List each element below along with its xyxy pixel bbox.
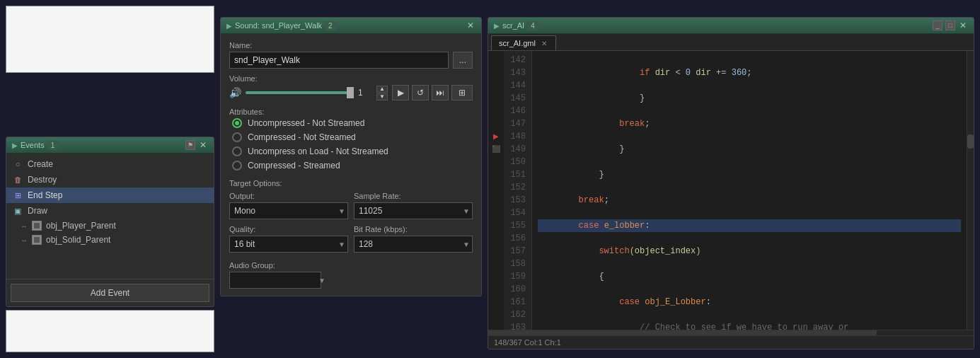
code-content[interactable]: if dir < 0 dir += 360; } break; } } brea… [532, 51, 967, 330]
draw-icon: ▣ [12, 205, 23, 216]
event-item-end-step[interactable]: ⊞ End Step [6, 187, 214, 203]
output-field: Output: Mono Stereo ▼ [229, 192, 348, 219]
attr-compressed-streamed[interactable]: Compressed - Streamed [232, 161, 473, 171]
code-panel: ▶ scr_AI 4 _ □ ✕ scr_AI.gml ✕ ▶ ⬛ [488, 17, 974, 350]
target-options-section: Target Options: Output: Mono Stereo ▼ Sa [229, 179, 473, 253]
sound-arrow-icon: ▶ [226, 22, 232, 30]
code-tab-label: scr_AI.gml [499, 39, 536, 47]
eq-btn[interactable]: ⊞ [451, 85, 473, 100]
tab-close-icon[interactable]: ✕ [540, 40, 548, 47]
attr-uncompressed-not-streamed-label: Uncompressed - Not Streamed [248, 118, 364, 128]
event-create-label: Create [28, 159, 53, 169]
volume-fill [246, 91, 354, 94]
name-section: Name: ... [229, 41, 473, 69]
play-btn[interactable]: ▶ [392, 85, 409, 100]
event-destroy-label: Destroy [28, 175, 57, 185]
quality-select[interactable]: 8 bit 16 bit [229, 236, 348, 253]
scrollbar-v-thumb[interactable] [967, 134, 974, 149]
sound-panel: ▶ Sound: snd_Player_Walk 2 ✕ Name: ... V… [220, 17, 482, 296]
gutter-area: ▶ ⬛ [488, 51, 504, 330]
code-arrow-icon: ▶ [494, 22, 500, 30]
volume-spin-down[interactable]: ▼ [376, 93, 388, 100]
quality-label: Quality: [229, 225, 348, 233]
radio-compressed-not-streamed [232, 132, 242, 142]
attr-compressed-streamed-label: Compressed - Streamed [248, 161, 340, 171]
volume-slider[interactable] [246, 86, 354, 100]
add-event-bar: Add Event [6, 279, 214, 306]
line-numbers: 142 143 144 145 146 147 148 149 150 151 … [504, 51, 532, 330]
name-label: Name: [229, 41, 473, 50]
attr-uncompressed-not-streamed[interactable]: Uncompressed - Not Streamed [232, 118, 473, 128]
svg-rect-1 [34, 223, 40, 229]
event-draw-label: Draw [28, 206, 47, 216]
code-minimize-btn[interactable]: _ [933, 21, 942, 30]
arrow-left-icon-player: ↔ [21, 222, 28, 230]
add-event-button[interactable]: Add Event [11, 284, 209, 302]
volume-track [246, 91, 354, 94]
attr-compressed-not-streamed[interactable]: Compressed - Not Streamed [232, 132, 473, 142]
output-select[interactable]: Mono Stereo [229, 202, 348, 219]
bit-rate-label: Bit Rate (kbps): [354, 225, 473, 233]
sound-badge: 2 [325, 21, 336, 30]
sample-rate-field: Sample Rate: 11025 22050 44100 ▼ [354, 192, 473, 219]
code-scrollbar-h[interactable] [488, 330, 974, 335]
volume-label: Volume: [229, 74, 473, 83]
volume-value: 1 [358, 88, 372, 98]
code-panel-header: ▶ scr_AI 4 _ □ ✕ [488, 18, 974, 34]
code-maximize-btn[interactable]: □ [945, 21, 955, 30]
sound-dots-btn[interactable]: ... [453, 52, 473, 69]
mute-icon: 🔊 [229, 87, 241, 98]
code-tab-scr-ai[interactable]: scr_AI.gml ✕ [491, 35, 556, 50]
code-tab-bar: scr_AI.gml ✕ [488, 34, 974, 51]
bit-rate-field: Bit Rate (kbps): 64 128 192 ▼ [354, 225, 473, 253]
code-scrollbar-v[interactable] [967, 51, 974, 330]
end-step-icon: ⊞ [12, 190, 23, 201]
sound-panel-header: ▶ Sound: snd_Player_Walk 2 ✕ [221, 18, 481, 34]
code-panel-title: scr_AI [502, 21, 524, 30]
events-badge: 1 [47, 141, 59, 150]
scrollbar-h-thumb[interactable] [488, 330, 877, 335]
code-area: ▶ ⬛ 142 143 144 145 146 147 148 [488, 51, 974, 330]
bit-rate-select[interactable]: 64 128 192 [354, 236, 473, 253]
event-obj-player-parent[interactable]: ↔ obj_Player_Parent [6, 219, 214, 233]
event-item-create[interactable]: ○ Create [6, 156, 214, 172]
volume-thumb[interactable] [347, 87, 354, 98]
event-item-draw[interactable]: ▣ Draw [6, 203, 214, 219]
event-obj-solid-parent[interactable]: ↔ obj_Solid_Parent [6, 233, 214, 247]
sound-panel-title: Sound: snd_Player_Walk [235, 21, 322, 30]
sound-panel-close-btn[interactable]: ✕ [466, 21, 475, 30]
sound-name-input[interactable] [229, 52, 449, 69]
attributes-section: Attributes: Uncompressed - Not Streamed … [229, 108, 473, 171]
obj-icon-solid [32, 235, 42, 245]
radio-uncompress-on-load [232, 146, 242, 156]
skip-btn[interactable]: ⏭ [432, 85, 449, 100]
attr-compressed-not-streamed-label: Compressed - Not Streamed [248, 132, 356, 142]
svg-rect-3 [34, 237, 40, 243]
create-icon: ○ [12, 158, 23, 170]
event-item-destroy[interactable]: 🗑 Destroy [6, 172, 214, 187]
audio-group-select[interactable] [229, 272, 321, 289]
top-blank-panel [6, 6, 214, 73]
destroy-icon: 🗑 [12, 174, 23, 185]
events-panel: ▶ Events 1 ⚑ ✕ ○ Create 🗑 Destroy ⊞ [6, 137, 214, 307]
loop-btn[interactable]: ↺ [412, 85, 429, 100]
arrow-left-icon-solid: ↔ [21, 236, 28, 244]
sample-rate-select[interactable]: 11025 22050 44100 [354, 202, 473, 219]
attr-uncompress-on-load[interactable]: Uncompress on Load - Not Streamed [232, 146, 473, 156]
event-end-step-label: End Step [28, 190, 62, 200]
audio-group-label: Audio Group: [229, 261, 473, 270]
obj-icon-player [32, 221, 42, 231]
radio-group: Uncompressed - Not Streamed Compressed -… [229, 118, 473, 171]
code-close-btn[interactable]: ✕ [958, 21, 968, 30]
obj-solid-parent-label: obj_Solid_Parent [46, 235, 110, 245]
audio-group-section: Audio Group: ▼ [229, 261, 473, 289]
code-status-text: 148/367 Col:1 Ch:1 [494, 338, 561, 347]
attr-uncompress-on-load-label: Uncompress on Load - Not Streamed [248, 146, 388, 156]
events-title: Events [21, 141, 45, 149]
events-panel-flag-btn[interactable]: ⚑ [185, 140, 195, 150]
target-options-label: Target Options: [229, 179, 473, 187]
events-panel-close-btn[interactable]: ✕ [198, 140, 208, 150]
code-status-bar: 148/367 Col:1 Ch:1 [488, 335, 974, 349]
volume-spin-up[interactable]: ▲ [376, 86, 388, 93]
bottom-blank-panel [6, 310, 214, 352]
